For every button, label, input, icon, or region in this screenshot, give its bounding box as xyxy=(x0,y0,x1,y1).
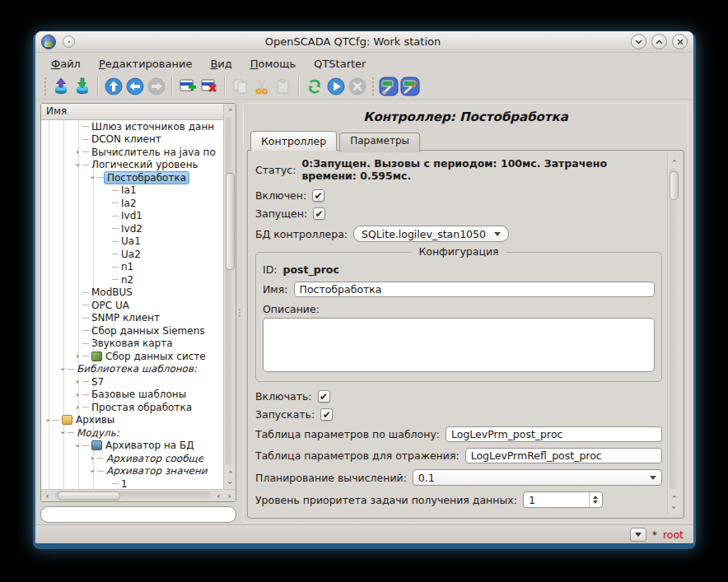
titlebar-menu-button[interactable] xyxy=(63,35,75,48)
start-icon[interactable] xyxy=(325,76,347,97)
paste-icon[interactable] xyxy=(273,76,294,97)
forward-icon[interactable] xyxy=(146,76,167,97)
scroll-up-icon[interactable]: › xyxy=(669,491,679,502)
scroll-down-icon[interactable]: › xyxy=(225,477,236,488)
scroll-thumb[interactable] xyxy=(670,171,679,200)
tree-filter-input[interactable] xyxy=(40,506,236,523)
tab-parameters[interactable]: Параметры xyxy=(339,133,420,152)
priority-spinbox[interactable]: 1 xyxy=(523,491,603,508)
scroll-up-icon[interactable]: › xyxy=(669,156,679,166)
toolbar-handle[interactable] xyxy=(43,77,48,95)
tree-item[interactable]: ›Архиватор сообще xyxy=(41,452,223,465)
tree-item[interactable]: SNMP клиент xyxy=(41,312,223,325)
copy-icon[interactable] xyxy=(230,76,251,97)
expander-closed-icon[interactable]: › xyxy=(72,377,82,386)
load-from-db-icon[interactable] xyxy=(50,76,72,97)
tree-item[interactable]: ›Архиватор значени xyxy=(41,465,223,478)
add-item-icon[interactable] xyxy=(177,76,198,97)
menu-edit[interactable]: Редактирование xyxy=(91,55,199,72)
tree-item[interactable]: OPC UA xyxy=(41,299,223,312)
tree-item[interactable]: ›Сбор данных систе xyxy=(41,350,223,363)
scroll-left-icon[interactable]: ‹ xyxy=(42,491,53,501)
scroll-up-icon[interactable]: › xyxy=(225,467,236,477)
tree-item[interactable]: n2 xyxy=(41,273,223,286)
stop-icon[interactable] xyxy=(347,76,368,97)
scroll-right-icon[interactable]: › xyxy=(224,491,235,501)
expander-closed-icon[interactable]: › xyxy=(72,352,82,361)
scroll-up-icon[interactable]: › xyxy=(225,105,236,115)
tree-item[interactable]: ›Вычислитель на java по xyxy=(41,146,223,159)
expander-closed-icon[interactable]: › xyxy=(87,454,97,463)
enabled-checkbox[interactable]: ✔ xyxy=(312,189,324,202)
tree-item[interactable]: Шлюз источников данн xyxy=(41,120,223,133)
tree-item[interactable]: Ivd1 xyxy=(41,210,223,223)
menu-qtstarter[interactable]: QTStarter xyxy=(306,55,373,72)
user-select-button[interactable] xyxy=(630,528,646,542)
expander-open-icon[interactable]: › xyxy=(73,160,82,170)
tab-controller[interactable]: Контроллер xyxy=(250,131,337,151)
tree-item[interactable]: ›Логический уровень xyxy=(41,159,223,172)
name-input[interactable] xyxy=(294,282,655,297)
expander-closed-icon[interactable]: › xyxy=(72,403,82,412)
minimize-icon[interactable] xyxy=(631,34,646,49)
running-checkbox[interactable]: ✔ xyxy=(313,207,325,220)
tree-item[interactable]: ›S7 xyxy=(41,375,223,389)
expander-open-icon[interactable]: › xyxy=(58,428,68,438)
schedule-combobox[interactable]: 0.1 xyxy=(413,469,662,486)
tree-item[interactable]: DCON клиент xyxy=(41,133,223,147)
spin-up-icon[interactable] xyxy=(593,496,598,499)
menu-view[interactable]: Вид xyxy=(203,55,239,72)
expander-closed-icon[interactable]: › xyxy=(72,390,82,399)
tree-vertical-scrollbar[interactable]: › › › xyxy=(223,104,236,489)
tree-horizontal-scrollbar[interactable]: ‹ ‹ › xyxy=(41,489,236,501)
qtstarter-vision-icon[interactable] xyxy=(399,76,421,97)
table-template-input[interactable] xyxy=(446,426,662,442)
tree-item[interactable]: n1 xyxy=(41,261,223,274)
tree-item[interactable]: Ia2 xyxy=(41,197,223,210)
menu-help[interactable]: Помощь xyxy=(243,55,303,72)
tree-item[interactable]: ›Базовые шаблоны xyxy=(41,389,223,402)
tree-item[interactable]: Сбор данных Siemens xyxy=(41,324,223,338)
spin-down-icon[interactable] xyxy=(593,501,598,504)
tree-item[interactable]: ›Простая обработка xyxy=(41,401,223,414)
expander-open-icon[interactable]: › xyxy=(88,466,97,476)
to-start-checkbox[interactable]: ✔ xyxy=(320,408,333,421)
back-icon[interactable] xyxy=(124,76,146,97)
tree-item[interactable]: ›Архивы xyxy=(41,414,223,427)
expander-open-icon[interactable]: › xyxy=(58,364,68,374)
to-enable-checkbox[interactable]: ✔ xyxy=(318,390,330,403)
tree-item[interactable]: Звуковая карта xyxy=(41,338,223,351)
form-vertical-scrollbar[interactable]: › › › xyxy=(667,155,679,514)
expander-open-icon[interactable]: › xyxy=(73,440,82,450)
scroll-down-icon[interactable]: › xyxy=(669,502,679,513)
tree-item[interactable]: 1 xyxy=(41,477,223,489)
expander-open-icon[interactable]: › xyxy=(44,415,53,425)
scroll-thumb[interactable] xyxy=(226,173,235,270)
tree-item[interactable]: ›Постобработка xyxy=(41,171,223,184)
tree-column-header[interactable]: Имя xyxy=(41,104,223,120)
close-icon[interactable] xyxy=(672,34,688,49)
expander-closed-icon[interactable]: › xyxy=(72,147,82,156)
tree-item[interactable]: Ia1 xyxy=(41,184,223,198)
tree-item[interactable]: Ua2 xyxy=(41,248,223,261)
maximize-icon[interactable] xyxy=(651,34,667,49)
qtstarter-config-icon[interactable] xyxy=(378,76,399,97)
tree-item[interactable]: Ivd2 xyxy=(41,222,223,235)
delete-item-icon[interactable] xyxy=(198,76,220,97)
up-level-icon[interactable] xyxy=(103,76,124,97)
expander-open-icon[interactable]: › xyxy=(88,173,97,183)
save-to-db-icon[interactable] xyxy=(72,76,93,97)
tree-item[interactable]: ModBUS xyxy=(41,286,223,300)
controller-db-select[interactable]: SQLite.logilev_stan1050 xyxy=(353,226,509,242)
tree-item[interactable]: ›Библиотека шаблонов: xyxy=(41,363,223,376)
description-textarea[interactable] xyxy=(263,318,655,372)
tree-item[interactable]: Ua1 xyxy=(41,235,223,249)
scroll-thumb[interactable] xyxy=(58,491,120,501)
scroll-left-icon[interactable]: ‹ xyxy=(213,491,224,501)
menu-file[interactable]: Файл xyxy=(44,55,88,72)
cut-icon[interactable] xyxy=(251,76,273,97)
tree-item[interactable]: ›Архиватор на БД xyxy=(41,440,223,453)
table-reflect-input[interactable] xyxy=(465,448,662,463)
tree-item[interactable]: ›Модуль: xyxy=(41,426,223,440)
toolbar-handle[interactable] xyxy=(371,77,376,95)
